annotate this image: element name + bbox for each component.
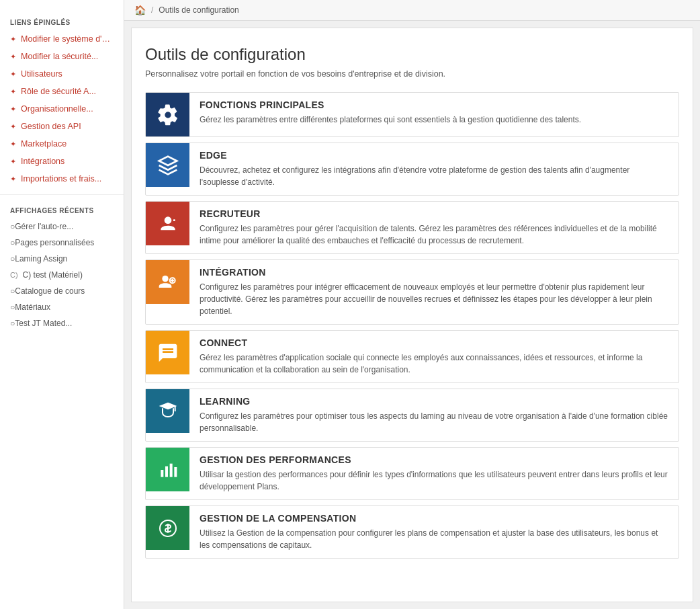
tool-icon-connect bbox=[146, 331, 189, 374]
tool-card-connect[interactable]: CONNECT Gérez les paramètres d'applicati… bbox=[145, 330, 679, 383]
sidebar-recent-materiaux[interactable]: ○ Matériaux bbox=[0, 299, 124, 315]
sidebar-recent-test-materiel[interactable]: C) C) test (Matériel) bbox=[0, 267, 124, 283]
tool-body-recruteur: RECRUTEUR Configurez les paramètres pour… bbox=[189, 202, 679, 253]
tool-card-fonctions[interactable]: FONCTIONS PRINCIPALES Gérez les paramètr… bbox=[145, 92, 679, 137]
sidebar-recent-test-jt[interactable]: ○ Test JT Mated... bbox=[0, 315, 124, 331]
pin-icon: ✦ bbox=[10, 175, 16, 184]
sidebar-item-label: Modifier le système d'adage bbox=[21, 34, 114, 44]
sidebar-recent-laming[interactable]: ○ Laming Assign bbox=[0, 251, 124, 267]
tool-card-edge[interactable]: EDGE Découvrez, achetez et configurez le… bbox=[145, 143, 679, 196]
pin-icon: ✦ bbox=[10, 70, 16, 79]
tool-title-fonctions: FONCTIONS PRINCIPALES bbox=[200, 99, 668, 110]
sidebar-item-label: Gérer l'auto-re... bbox=[15, 222, 73, 231]
tool-desc-perf: Utilisar la gestion des performances pou… bbox=[200, 469, 668, 493]
svg-point-0 bbox=[164, 216, 171, 224]
sidebar-item-modifier-systeme[interactable]: ✦ Modifier le système d'adage bbox=[0, 30, 124, 48]
pin-icon: ✦ bbox=[10, 87, 16, 96]
page-content: Outils de configuration Personnalisez vo… bbox=[131, 28, 693, 602]
tool-title-edge: EDGE bbox=[200, 150, 668, 161]
tool-card-comp[interactable]: GESTION DE LA COMPENSATION Utilisez la G… bbox=[145, 505, 679, 559]
sidebar-recent-pages[interactable]: ○ Pages personnalisées bbox=[0, 235, 124, 251]
sidebar: LIENS ÉPINGLÉS ✦ Modifier le système d'a… bbox=[0, 0, 124, 609]
tool-body-perf: GESTION DES PERFORMANCES Utilisar la ges… bbox=[189, 448, 679, 499]
clock-icon: ○ bbox=[10, 286, 15, 296]
sidebar-item-label: Modifier la sécurité... bbox=[21, 52, 98, 61]
tool-card-recruteur[interactable]: RECRUTEUR Configurez les paramètres pour… bbox=[145, 201, 679, 254]
tool-desc-edge: Découvrez, achetez et configurez les int… bbox=[200, 164, 668, 188]
sidebar-item-importations[interactable]: ✦ Importations et frais... bbox=[0, 170, 124, 188]
c-icon: C) bbox=[10, 271, 18, 279]
clock-icon: ○ bbox=[10, 319, 15, 328]
sidebar-item-label: Importations et frais... bbox=[21, 174, 101, 184]
sidebar-item-label: Gestion des API bbox=[21, 122, 81, 131]
breadcrumb: 🏠 / Outils de configuration bbox=[124, 0, 700, 21]
tool-card-integration[interactable]: INTÉGRATION Configurez les paramètres po… bbox=[145, 259, 679, 325]
page-title: Outils de configuration bbox=[145, 45, 679, 64]
sidebar-item-organisationnelle[interactable]: ✦ Organisationnelle... bbox=[0, 100, 124, 118]
tool-title-recruteur: RECRUTEUR bbox=[200, 208, 668, 219]
sidebar-item-utilisateurs[interactable]: ✦ Utilisateurs bbox=[0, 65, 124, 83]
sidebar-recent-catalogue[interactable]: ○ Catalogue de cours bbox=[0, 283, 124, 299]
clock-icon: ○ bbox=[10, 238, 15, 247]
main-area: 🏠 / Outils de configuration Outils de co… bbox=[124, 0, 700, 609]
svg-rect-5 bbox=[169, 463, 172, 477]
sidebar-item-modifier-securite[interactable]: ✦ Modifier la sécurité... bbox=[0, 48, 124, 65]
pin-icon: ✦ bbox=[10, 122, 16, 131]
pinned-section-title: LIENS ÉPINGLÉS bbox=[0, 13, 124, 30]
tool-title-connect: CONNECT bbox=[200, 337, 668, 348]
sidebar-item-label: Test JT Mated... bbox=[15, 319, 72, 328]
sidebar-item-label: Catalogue de cours bbox=[15, 286, 85, 296]
tool-body-comp: GESTION DE LA COMPENSATION Utilisez la G… bbox=[189, 506, 679, 558]
tool-desc-connect: Gérez les paramètres d'application socia… bbox=[200, 352, 668, 376]
tool-title-perf: GESTION DES PERFORMANCES bbox=[200, 454, 668, 465]
tool-desc-integration: Configurez les paramètres pour intégrer … bbox=[200, 281, 668, 317]
breadcrumb-separator: / bbox=[151, 5, 153, 15]
tool-desc-recruteur: Configurez les paramètres pour gérer l'a… bbox=[200, 222, 668, 247]
pin-icon: ✦ bbox=[10, 140, 16, 149]
pin-icon: ✦ bbox=[10, 105, 16, 114]
page-subtitle: Personnalisez votre portail en fonction … bbox=[145, 69, 679, 79]
sidebar-item-label: Pages personnalisées bbox=[15, 238, 94, 247]
tool-body-edge: EDGE Découvrez, achetez et configurez le… bbox=[189, 143, 679, 195]
tool-body-learning: LEARNING Configurez les paramètres pour … bbox=[189, 389, 679, 441]
tool-icon-integration bbox=[146, 260, 189, 304]
tool-body-connect: CONNECT Gérez les paramètres d'applicati… bbox=[189, 331, 679, 382]
tool-title-comp: GESTION DE LA COMPENSATION bbox=[200, 513, 668, 524]
clock-icon: ○ bbox=[10, 254, 15, 263]
tool-icon-comp bbox=[146, 506, 189, 550]
sidebar-item-marketplace[interactable]: ✦ Marketplace bbox=[0, 135, 124, 153]
sidebar-item-role-securite[interactable]: ✦ Rôle de sécurité A... bbox=[0, 83, 124, 100]
sidebar-item-gestion-api[interactable]: ✦ Gestion des API bbox=[0, 118, 124, 135]
recent-section-title: AFFICHAGES RÉCENTS bbox=[0, 202, 124, 218]
tool-icon-perf bbox=[146, 448, 189, 491]
tool-title-learning: LEARNING bbox=[200, 396, 668, 407]
sidebar-item-label: Utilisateurs bbox=[21, 69, 62, 79]
sidebar-item-label: Matériaux bbox=[15, 302, 50, 312]
breadcrumb-home-icon[interactable]: 🏠 bbox=[134, 5, 146, 15]
tool-icon-edge bbox=[146, 143, 189, 187]
clock-icon: ○ bbox=[10, 302, 15, 312]
sidebar-recent-gerer[interactable]: ○ Gérer l'auto-re... bbox=[0, 218, 124, 235]
tool-icon-learning bbox=[146, 389, 189, 433]
tool-desc-fonctions: Gérez les paramètres entre différentes p… bbox=[200, 114, 668, 126]
pin-icon: ✦ bbox=[10, 52, 16, 61]
tool-card-perf[interactable]: GESTION DES PERFORMANCES Utilisar la ges… bbox=[145, 447, 679, 500]
sidebar-divider bbox=[0, 194, 124, 195]
tool-icon-fonctions bbox=[146, 93, 189, 136]
sidebar-item-integrations[interactable]: ✦ Intégrations bbox=[0, 153, 124, 170]
breadcrumb-current: Outils de configuration bbox=[159, 5, 238, 15]
clock-icon: ○ bbox=[10, 222, 15, 231]
pin-icon: ✦ bbox=[10, 35, 16, 44]
svg-rect-4 bbox=[165, 466, 168, 477]
sidebar-item-label: Rôle de sécurité A... bbox=[21, 87, 96, 96]
sidebar-item-label: C) test (Matériel) bbox=[23, 270, 83, 280]
tool-card-learning[interactable]: LEARNING Configurez les paramètres pour … bbox=[145, 389, 679, 442]
sidebar-item-label: Organisationnelle... bbox=[21, 104, 93, 114]
tool-desc-learning: Configurez les paramètres pour optimiser… bbox=[200, 410, 668, 434]
pin-icon: ✦ bbox=[10, 157, 16, 166]
tool-icon-recruteur bbox=[146, 202, 189, 245]
svg-point-1 bbox=[162, 276, 168, 282]
svg-rect-6 bbox=[174, 467, 177, 477]
tool-desc-comp: Utilisez la Gestion de la compensation p… bbox=[200, 527, 668, 551]
sidebar-item-label: Laming Assign bbox=[15, 254, 67, 263]
